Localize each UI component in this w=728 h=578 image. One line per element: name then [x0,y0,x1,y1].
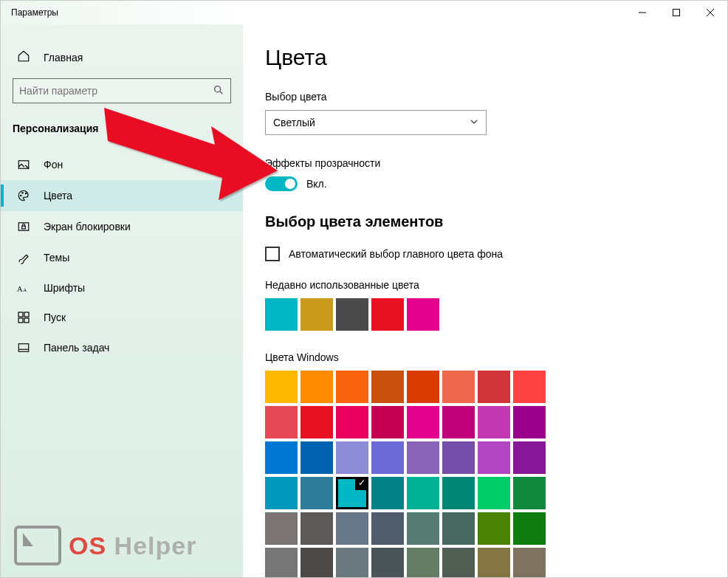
windows-color-swatch[interactable] [301,371,333,403]
windows-color-swatch[interactable] [371,548,404,577]
windows-color-swatch[interactable] [478,548,510,577]
sidebar-item-taskbar[interactable]: Панель задач [1,332,243,363]
recent-color-swatch[interactable] [265,298,298,331]
sidebar-item-fonts[interactable]: AA Шрифты [1,273,243,303]
windows-color-swatch[interactable] [371,477,404,509]
titlebar: Параметры [1,1,727,24]
search-field[interactable] [19,85,213,97]
windows-color-swatch[interactable] [442,512,475,545]
windows-color-swatch[interactable] [478,512,510,545]
windows-color-swatch[interactable] [442,406,475,438]
home-label: Главная [44,52,83,63]
windows-color-swatch[interactable] [513,512,546,545]
windows-color-swatch[interactable] [513,548,546,577]
svg-rect-12 [18,318,23,323]
picture-icon [17,158,30,171]
svg-point-5 [25,193,27,194]
window-title: Параметры [11,7,58,18]
home-icon [17,49,30,65]
svg-rect-13 [24,318,29,323]
search-input[interactable] [13,78,231,103]
sidebar-item-label: Экран блокировки [44,221,131,233]
windows-color-swatch[interactable] [371,441,404,474]
transparency-state: Вкл. [306,178,327,190]
sidebar-item-start[interactable]: Пуск [1,303,243,332]
minimize-button[interactable] [625,1,659,24]
windows-color-swatch[interactable] [407,371,439,403]
transparency-toggle[interactable] [265,176,298,191]
windows-color-swatch[interactable] [478,406,510,438]
auto-pick-checkbox[interactable] [265,247,280,261]
windows-color-swatch[interactable] [407,512,439,545]
windows-color-swatch[interactable] [265,477,298,509]
svg-rect-14 [18,344,29,352]
maximize-button[interactable] [659,1,693,24]
recent-colors-row [265,298,705,331]
recent-color-swatch[interactable] [336,298,368,331]
windows-color-swatch[interactable] [336,441,368,474]
home-nav[interactable]: Главная [1,38,243,78]
windows-color-swatch[interactable] [478,441,510,474]
chevron-down-icon [470,117,478,128]
recent-color-swatch[interactable] [301,298,333,331]
windows-color-swatch[interactable] [301,406,333,438]
windows-color-swatch[interactable] [513,477,546,509]
windows-color-swatch[interactable] [265,548,298,577]
windows-color-swatch[interactable] [407,406,439,438]
palette-icon [17,189,30,202]
sidebar-item-label: Цвета [44,190,72,202]
svg-point-1 [215,86,221,92]
sidebar-item-colors[interactable]: Цвета [1,180,243,211]
windows-color-swatch[interactable] [478,371,510,403]
windows-color-swatch[interactable] [301,477,333,509]
windows-color-swatch[interactable] [265,512,298,545]
dropdown-value: Светлый [273,117,315,128]
window-controls [625,1,727,24]
svg-point-4 [22,193,24,194]
brush-icon [17,251,30,264]
sidebar-item-themes[interactable]: Темы [1,242,243,273]
windows-color-swatch[interactable] [513,406,546,438]
close-button[interactable] [693,1,727,24]
sidebar-item-label: Темы [44,252,69,264]
windows-color-swatch[interactable] [442,371,475,403]
sidebar-item-background[interactable]: Фон [1,149,243,180]
color-mode-dropdown[interactable]: Светлый [265,110,487,135]
windows-color-swatch[interactable] [513,441,546,474]
windows-color-swatch[interactable] [407,441,439,474]
windows-color-swatch[interactable] [265,406,298,438]
svg-rect-7 [22,226,26,229]
sidebar-item-lockscreen[interactable]: Экран блокировки [1,211,243,242]
windows-colors-label: Цвета Windows [265,351,705,363]
windows-color-swatch[interactable] [336,477,368,509]
recent-color-swatch[interactable] [371,298,404,331]
windows-color-swatch[interactable] [301,548,333,577]
windows-color-swatch[interactable] [336,548,368,577]
windows-color-swatch[interactable] [336,406,368,438]
windows-color-swatch[interactable] [371,406,404,438]
windows-color-swatch[interactable] [371,371,404,403]
windows-color-swatch[interactable] [513,371,546,403]
search-icon [213,84,224,98]
windows-color-swatch[interactable] [301,441,333,474]
windows-color-swatch[interactable] [407,477,439,509]
windows-color-swatch[interactable] [265,441,298,474]
windows-color-swatch[interactable] [442,441,475,474]
recent-color-swatch[interactable] [407,298,439,331]
sidebar: Главная Персонализация Фон Цвета Экран [1,24,243,577]
auto-pick-row[interactable]: Автоматический выбор главного цвета фона [265,247,705,261]
windows-color-swatch[interactable] [265,371,298,403]
svg-text:A: A [17,285,23,293]
windows-color-swatch[interactable] [407,548,439,577]
page-title: Цвета [265,45,705,70]
windows-color-swatch[interactable] [442,477,475,509]
windows-color-swatch[interactable] [442,548,475,577]
font-icon: AA [17,282,30,294]
recent-colors-label: Недавно использованные цвета [265,279,705,291]
windows-color-swatch[interactable] [336,512,368,545]
sidebar-item-label: Фон [44,159,63,171]
windows-color-swatch[interactable] [371,512,404,545]
windows-color-swatch[interactable] [301,512,333,545]
windows-color-swatch[interactable] [336,371,368,403]
windows-color-swatch[interactable] [478,477,510,509]
